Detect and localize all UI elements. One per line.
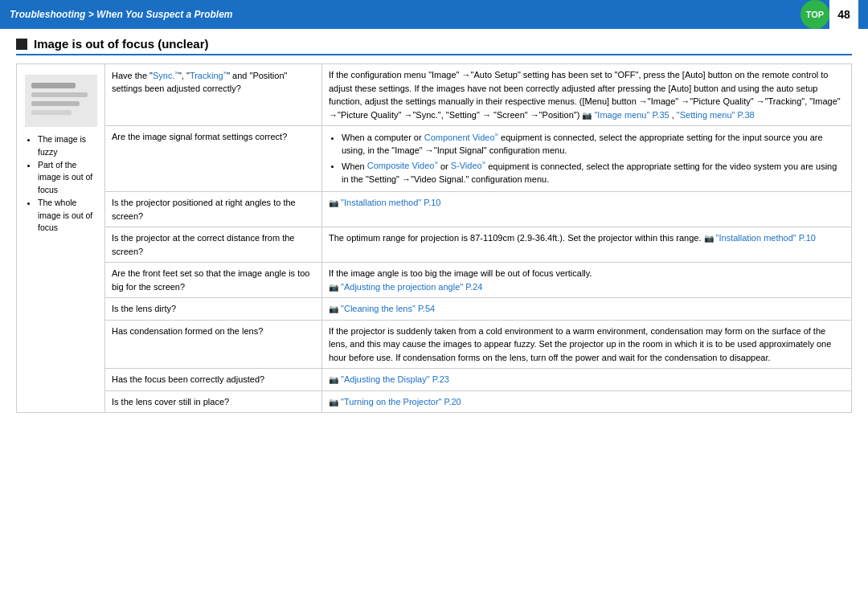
question-cell-6: Is the lens dirty? xyxy=(105,298,322,321)
turning-on-projector-link[interactable]: "Turning on the Projector" P.20 xyxy=(341,397,461,407)
cam-icon-6: 📷 xyxy=(329,304,338,313)
svg-rect-4 xyxy=(31,110,72,115)
composite-video-link[interactable]: Composite Video» xyxy=(367,161,438,170)
answer-cell-1: If the configuration menu "Image" →"Auto… xyxy=(322,64,852,126)
question-cell-3: Is the projector positioned at right ang… xyxy=(105,192,322,227)
answer-cell-6: 📷 "Cleaning the lens" P.54 xyxy=(322,298,852,321)
table-row: Is the projector positioned at right ang… xyxy=(17,192,852,227)
svg-rect-2 xyxy=(31,92,88,97)
s-video-link[interactable]: S-Video» xyxy=(451,161,485,170)
section-title-bar: Image is out of focus (unclear) xyxy=(16,37,852,55)
sync-link[interactable]: Sync.» xyxy=(153,71,178,80)
question-cell-8: Has the focus been correctly adjusted? xyxy=(105,369,322,391)
answer-cell-2: When a computer or Component Video» equi… xyxy=(322,126,852,192)
question-cell-5: Are the front feet set so that the image… xyxy=(105,263,322,298)
svg-rect-3 xyxy=(31,101,80,106)
header-right: TOP 48 xyxy=(800,0,858,29)
image-cell: The image is fuzzy Part of the image is … xyxy=(17,64,105,413)
page-header: Troubleshooting > When You Suspect a Pro… xyxy=(0,0,868,29)
table-row: Are the front feet set so that the image… xyxy=(17,263,852,298)
svg-rect-1 xyxy=(31,83,76,88)
main-content: Image is out of focus (unclear) xyxy=(0,29,868,429)
blurry-focus-image xyxy=(25,75,97,127)
table-row: Is the projector at the correct distance… xyxy=(17,227,852,263)
table-row: Is the lens dirty? 📷 "Cleaning the lens"… xyxy=(17,298,852,321)
tracking-link[interactable]: Tracking» xyxy=(190,71,227,80)
top-badge[interactable]: TOP xyxy=(800,0,829,29)
answer-cell-9: 📷 "Turning on the Projector" P.20 xyxy=(322,390,852,413)
setting-menu-link[interactable]: "Setting menu" P.38 xyxy=(677,110,755,120)
svg-rect-0 xyxy=(25,75,97,127)
answer-cell-5: If the image angle is too big the image … xyxy=(322,263,852,298)
adjusting-angle-link[interactable]: "Adjusting the projection angle" P.24 xyxy=(341,282,482,292)
question-cell-4: Is the projector at the correct distance… xyxy=(105,227,322,263)
page-number: 48 xyxy=(829,0,858,29)
breadcrumb: Troubleshooting > When You Suspect a Pro… xyxy=(10,9,232,20)
title-square-icon xyxy=(16,39,27,50)
cleaning-lens-link[interactable]: "Cleaning the lens" P.54 xyxy=(341,304,435,313)
content-table: The image is fuzzy Part of the image is … xyxy=(16,63,852,413)
bullet-computer: When a computer or Component Video» equi… xyxy=(342,130,845,157)
table-row: Are the image signal format settings cor… xyxy=(17,126,852,192)
answer-cell-3: 📷 "Installation method" P.10 xyxy=(322,192,852,227)
table-row: Has the focus been correctly adjusted? 📷… xyxy=(17,369,852,391)
answer-cell-8: 📷 "Adjusting the Display" P.23 xyxy=(322,369,852,391)
cam-icon-9: 📷 xyxy=(329,398,338,407)
question-cell-1: Have the "Sync.»", "Tracking»" and "Posi… xyxy=(105,64,322,126)
answer-cell-4: The optimum range for projection is 87-1… xyxy=(322,227,852,263)
question-cell-2: Are the image signal format settings cor… xyxy=(105,126,322,192)
image-menu-link[interactable]: "Image menu" P.35 xyxy=(594,110,669,120)
table-row: Is the lens cover still in place? 📷 "Tur… xyxy=(17,390,852,413)
answer-cell-7: If the projector is suddenly taken from … xyxy=(322,320,852,369)
installation-method-link-1[interactable]: "Installation method" P.10 xyxy=(341,198,440,207)
cam-icon-4: 📷 xyxy=(704,234,714,243)
section-title-text: Image is out of focus (unclear) xyxy=(34,37,209,51)
question-cell-7: Has condensation formed on the lens? xyxy=(105,320,322,369)
cam-icon-5: 📷 xyxy=(329,283,338,292)
table-row: The image is fuzzy Part of the image is … xyxy=(17,64,852,126)
bullet-fuzzy: The image is fuzzy xyxy=(38,133,95,159)
cam-icon-3: 📷 xyxy=(329,198,338,207)
question-cell-9: Is the lens cover still in place? xyxy=(105,390,322,413)
installation-method-link-2[interactable]: "Installation method" P.10 xyxy=(716,233,816,243)
cam-icon-8: 📷 xyxy=(329,375,338,384)
bullet-whole-focus: The whole image is out of focus xyxy=(38,197,95,235)
image-bullets: The image is fuzzy Part of the image is … xyxy=(23,133,98,235)
component-video-link[interactable]: Component Video» xyxy=(424,133,498,142)
table-row: Has condensation formed on the lens? If … xyxy=(17,320,852,369)
bullet-composite: When Composite Video» or S-Video» equipm… xyxy=(342,159,845,186)
cam-icon-1: 📷 xyxy=(582,111,592,120)
adjusting-display-link[interactable]: "Adjusting the Display" P.23 xyxy=(341,374,449,384)
bullet-part-focus: Part of the image is out of focus xyxy=(38,159,95,197)
